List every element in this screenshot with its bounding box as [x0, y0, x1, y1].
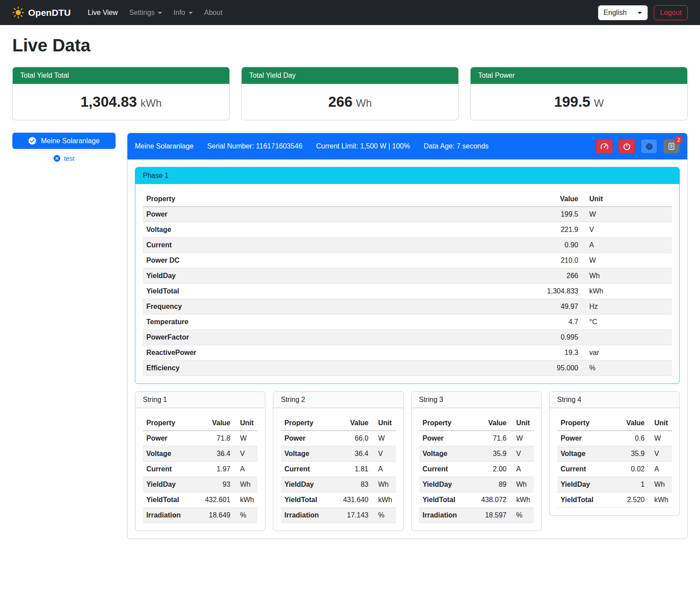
inverter-panel-body: Phase 1 Property Value Unit — [127, 159, 687, 539]
row-unit: Hz — [582, 299, 672, 315]
row-unit: A — [234, 462, 258, 477]
row-value: 0.02 — [617, 462, 648, 477]
table-row: Efficiency 95.000 % — [143, 361, 672, 376]
row-property: YieldDay — [419, 477, 478, 492]
power-settings-button[interactable] — [618, 139, 635, 154]
row-value: 2.520 — [617, 492, 648, 508]
summary-card-value: 266 — [328, 94, 352, 110]
row-unit: % — [234, 508, 258, 523]
row-unit: kWh — [582, 284, 672, 299]
chevron-down-icon — [638, 12, 642, 14]
column-header-value: Value — [201, 416, 234, 431]
power-icon — [623, 142, 631, 151]
row-unit: Wh — [234, 477, 258, 492]
row-value: 89 — [478, 477, 510, 492]
row-value: 0.6 — [617, 431, 648, 446]
inverter-select-button-selected[interactable]: Meine Solaranlage — [12, 133, 116, 149]
nav-live-view[interactable]: Live View — [82, 5, 123, 20]
row-value: 1.81 — [340, 462, 372, 477]
column-header-property: Property — [557, 416, 617, 431]
nav-settings[interactable]: Settings — [123, 5, 168, 20]
string-card-1: String 1 Property Value Unit — [135, 391, 265, 531]
row-value: 18.597 — [478, 508, 510, 523]
row-value: 432.601 — [201, 492, 234, 508]
table-row: Voltage 36.4 V — [281, 446, 395, 462]
row-value: 71.8 — [201, 431, 234, 446]
row-property: YieldDay — [557, 477, 617, 492]
language-select[interactable]: English — [598, 5, 648, 20]
row-property: Current — [419, 462, 478, 477]
table-row: Power DC 210.0 W — [143, 253, 672, 268]
row-property: Voltage — [143, 222, 520, 238]
inverter-action-buttons: 2 — [596, 139, 680, 154]
row-unit: A — [648, 462, 672, 477]
table-row: Power 0.6 W — [557, 431, 672, 446]
row-property: Power — [143, 431, 201, 446]
row-value: 431.640 — [340, 492, 372, 508]
table-header-row: Property Value Unit — [143, 416, 258, 431]
inverter-select-button-test[interactable]: test — [12, 155, 116, 162]
row-property: YieldDay — [143, 477, 201, 492]
summary-card-title: Total Yield Total — [13, 67, 229, 84]
string-table-body: Power 71.6 W Voltage 35.9 V — [419, 431, 534, 523]
row-value: 66.0 — [340, 431, 372, 446]
table-row: YieldDay 83 Wh — [281, 477, 395, 492]
row-value: 1,304.833 — [520, 284, 582, 299]
row-value: 93 — [201, 477, 234, 492]
inverter-info-button[interactable] — [641, 139, 657, 154]
row-unit: V — [234, 446, 258, 462]
nav-about[interactable]: About — [199, 5, 228, 20]
row-unit: A — [582, 238, 672, 253]
nav-info[interactable]: Info — [168, 5, 199, 20]
row-value: 438.072 — [478, 492, 510, 508]
inverter-select-label: test — [64, 155, 74, 162]
row-unit: Wh — [372, 477, 396, 492]
column-header-unit: Unit — [234, 416, 258, 431]
string-table-body: Power 0.6 W Voltage 35.9 V — [557, 431, 672, 508]
row-value: 19.3 — [520, 345, 582, 361]
inverter-select-label: Meine Solaranlage — [41, 137, 99, 145]
row-property: Voltage — [143, 446, 201, 462]
table-row: ReactivePower 19.3 var — [143, 345, 672, 361]
main-nav: Live View Settings Info About — [82, 5, 228, 20]
table-row: YieldTotal 2.520 kWh — [557, 492, 672, 508]
page-container: Live Data Total Yield Total 1,304.83kWh … — [0, 25, 700, 551]
top-navbar: OpenDTU Live View Settings Info About En… — [0, 0, 700, 25]
check-circle-icon — [28, 137, 36, 145]
table-row: YieldDay 89 Wh — [419, 477, 534, 492]
summary-card-unit: W — [594, 97, 604, 109]
row-property: Efficiency — [143, 361, 520, 376]
table-row: Power 199.5 W — [143, 207, 672, 222]
row-unit: kWh — [372, 492, 396, 508]
row-value: 36.4 — [201, 446, 234, 462]
table-row: Power 66.0 W — [281, 431, 395, 446]
column-header-unit: Unit — [372, 416, 396, 431]
event-count-badge: 2 — [675, 136, 683, 144]
row-unit: A — [510, 462, 534, 477]
limit-settings-button[interactable] — [596, 139, 613, 154]
table-row: Current 0.90 A — [143, 238, 672, 253]
row-unit: W — [234, 431, 258, 446]
summary-card-total-power: Total Power 199.5W — [470, 67, 688, 120]
summary-card-unit: Wh — [356, 97, 372, 109]
table-row: YieldTotal 431.640 kWh — [281, 492, 395, 508]
language-value: English — [604, 9, 627, 17]
row-property: Irradiation — [281, 508, 339, 523]
row-unit: °C — [582, 315, 672, 330]
row-value: 221.9 — [520, 222, 582, 238]
column-header-property: Property — [419, 416, 478, 431]
table-row: Power 71.6 W — [419, 431, 534, 446]
table-row: Current 0.02 A — [557, 462, 672, 477]
row-value: 199.5 — [520, 207, 582, 222]
logout-button[interactable]: Logout — [654, 5, 688, 20]
row-property: Current — [557, 462, 617, 477]
row-property: Current — [143, 462, 201, 477]
row-property: Irradiation — [419, 508, 478, 523]
phase-table-body: Power 199.5 W Voltage 221.9 V — [143, 207, 672, 376]
table-row: Current 1.81 A — [281, 462, 395, 477]
event-log-button[interactable]: 2 — [663, 139, 680, 154]
row-property: PowerFactor — [143, 330, 520, 345]
brand-link[interactable]: OpenDTU — [12, 7, 71, 18]
column-header-property: Property — [281, 416, 339, 431]
table-row: YieldTotal 438.072 kWh — [419, 492, 534, 508]
